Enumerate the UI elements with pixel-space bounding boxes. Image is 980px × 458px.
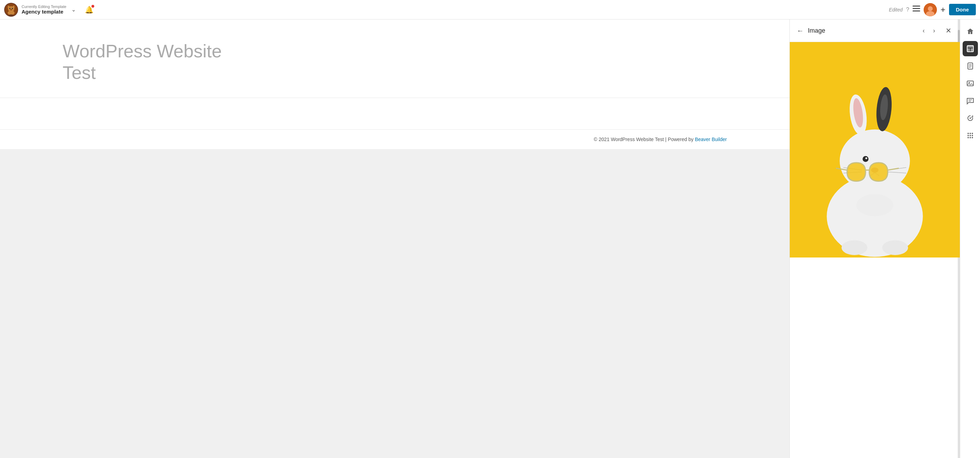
svg-point-5: [8, 6, 10, 9]
template-title: Agency template: [22, 9, 67, 14]
svg-rect-40: [970, 48, 974, 52]
sidebar-modules-button[interactable]: [963, 128, 978, 143]
footer-link[interactable]: Beaver Builder: [695, 136, 727, 142]
done-button[interactable]: Done: [949, 4, 976, 15]
svg-point-53: [967, 135, 969, 136]
svg-point-56: [967, 137, 969, 138]
toolbar: Currently Editing Template Agency templa…: [0, 0, 980, 19]
template-info: Currently Editing Template Agency templa…: [22, 5, 67, 14]
panel-prev-button[interactable]: ‹: [921, 26, 927, 36]
sidebar-comment-button[interactable]: [963, 93, 978, 108]
user-avatar-button[interactable]: [924, 3, 937, 16]
svg-rect-10: [913, 8, 920, 9]
svg-point-34: [842, 240, 867, 255]
canvas-area: WordPress Website Test © 2021 WordPress …: [0, 19, 789, 458]
help-button[interactable]: ?: [906, 6, 909, 13]
svg-point-7: [8, 10, 14, 15]
panel-close-button[interactable]: ✕: [944, 25, 953, 36]
svg-point-36: [856, 194, 893, 217]
sidebar-template-button[interactable]: [963, 41, 978, 56]
svg-point-23: [865, 157, 867, 159]
svg-rect-39: [967, 48, 970, 52]
svg-point-4: [10, 9, 12, 10]
svg-point-17: [840, 130, 910, 193]
svg-point-54: [970, 135, 971, 136]
svg-point-49: [970, 117, 971, 119]
sidebar-revisions-button[interactable]: [963, 111, 978, 126]
edited-label: Edited: [889, 7, 903, 13]
svg-point-2: [10, 8, 11, 9]
svg-point-55: [972, 135, 973, 136]
sidebar-home-button[interactable]: [963, 24, 978, 39]
toolbar-left: Currently Editing Template Agency templa…: [4, 3, 95, 17]
panel-title: Image: [808, 27, 916, 35]
sidebar-page-button[interactable]: [963, 59, 978, 74]
notification-dot: [91, 5, 94, 8]
footer-area: © 2021 WordPress Website Test | Powered …: [0, 130, 789, 149]
svg-point-57: [970, 137, 971, 138]
right-sidebar: [960, 19, 980, 458]
panel-header: ← Image ‹ › ✕: [790, 19, 960, 42]
svg-point-6: [13, 6, 14, 9]
svg-point-51: [970, 133, 971, 134]
svg-rect-11: [913, 10, 920, 11]
svg-point-46: [969, 82, 970, 83]
svg-point-13: [928, 6, 933, 11]
panel-back-button[interactable]: ←: [797, 27, 804, 35]
page-title: WordPress Website Test: [63, 40, 727, 84]
toolbar-right: Edited ? + Done: [889, 3, 976, 16]
svg-point-58: [972, 137, 973, 138]
page-header: WordPress Website Test: [0, 19, 789, 98]
panel-image: [790, 42, 960, 257]
gray-section: [0, 149, 789, 458]
svg-point-50: [967, 133, 969, 134]
empty-section: [0, 98, 789, 129]
svg-point-52: [972, 133, 973, 134]
outline-button[interactable]: [913, 6, 920, 14]
svg-point-35: [882, 240, 908, 255]
add-button[interactable]: +: [940, 5, 945, 14]
sidebar-media-button[interactable]: [963, 76, 978, 91]
template-chevron-button[interactable]: ⌄: [70, 5, 77, 14]
svg-rect-38: [967, 46, 974, 48]
panel-next-button[interactable]: ›: [931, 26, 937, 36]
logo-icon: [4, 3, 18, 17]
footer-text: © 2021 WordPress Website Test | Powered …: [593, 136, 694, 142]
main-area: WordPress Website Test © 2021 WordPress …: [0, 19, 980, 458]
svg-point-22: [862, 156, 869, 162]
right-panel: ← Image ‹ › ✕: [789, 19, 960, 458]
svg-point-3: [12, 8, 13, 9]
svg-rect-9: [913, 6, 920, 6]
notifications-button[interactable]: 🔔: [83, 4, 95, 15]
template-subtitle: Currently Editing Template: [22, 5, 67, 9]
